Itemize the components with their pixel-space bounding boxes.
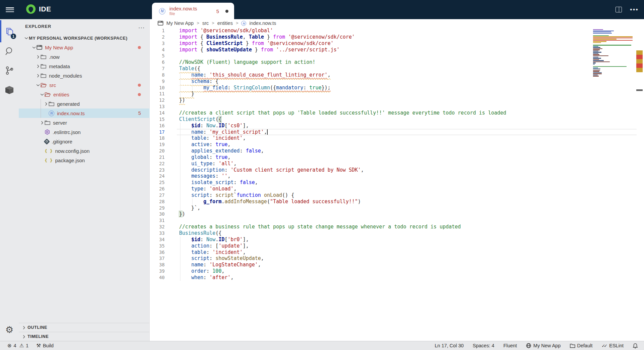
tree-item-index-now-ts[interactable]: Nindex.now.ts5: [19, 108, 150, 118]
code-line-2[interactable]: 2import { BusinessRule, Table } from '@s…: [150, 34, 593, 40]
tree-item-metadata[interactable]: metadata: [19, 61, 150, 71]
code-line-10[interactable]: 10 my_field: StringColumn({mandatory: tr…: [150, 85, 593, 91]
language-mode[interactable]: Fluent: [503, 343, 517, 348]
code-line-17[interactable]: 17 name: 'my_client_script',: [150, 129, 593, 135]
explorer-more-actions-icon[interactable]: ...: [138, 25, 145, 28]
search-icon[interactable]: [0, 42, 19, 60]
sidebar: 1 ⚙ EXPLORER ... MY PERSONAL WORKSPACE (…: [0, 19, 150, 341]
tree-item-generated[interactable]: generated: [19, 99, 150, 108]
code-line-13[interactable]: 13: [150, 103, 593, 110]
bell-icon[interactable]: [633, 343, 638, 349]
chevron-right-icon[interactable]: [35, 55, 41, 59]
code-line-28[interactable]: 28 g_form.addInfoMessage("Table loaded s…: [150, 199, 593, 205]
code-line-1[interactable]: 1import '@servicenow/sdk/global': [150, 28, 593, 34]
tree-item--now[interactable]: .now: [19, 52, 150, 61]
code-line-8[interactable]: 8 name: 'this_should_cause_flunt_linting…: [150, 72, 593, 78]
code-line-25[interactable]: 25 isolate_script: false,: [150, 179, 593, 186]
breadcrumb-item[interactable]: src: [202, 20, 209, 26]
code-line-23[interactable]: 23 description: 'Custom client script ge…: [150, 167, 593, 173]
code-line-7[interactable]: 7Table({: [150, 65, 593, 72]
code-line-24[interactable]: 24 messages: '',: [150, 173, 593, 179]
package-icon[interactable]: [0, 81, 19, 99]
chevron-down-icon[interactable]: [23, 37, 29, 39]
tab-modified-dot-icon[interactable]: [225, 10, 228, 13]
minimap[interactable]: [593, 29, 634, 77]
indentation-setting[interactable]: Spaces: 4: [473, 343, 494, 348]
code-line-4[interactable]: 4import { showStateUpdate } from '../ser…: [150, 47, 593, 53]
breadcrumb-item[interactable]: entities: [217, 20, 233, 26]
explorer-header: EXPLORER: [25, 24, 51, 29]
code-line-3[interactable]: 3import { ClientScript } from '@servicen…: [150, 40, 593, 47]
code-line-27[interactable]: 27 script: script`function onLoad() {: [150, 192, 593, 199]
split-editor-icon[interactable]: [615, 7, 622, 12]
breadcrumb-separator: >: [197, 20, 199, 26]
code-line-30[interactable]: 30}): [150, 211, 593, 217]
code-line-16[interactable]: 16 $id: Now.ID['cs0'],: [150, 123, 593, 129]
code-line-21[interactable]: 21 global: true,: [150, 154, 593, 161]
code-line-11[interactable]: 11 }: [150, 91, 593, 97]
build-tools-icon: ⚒: [36, 343, 41, 349]
tab-index-now-ts[interactable]: N index.now.ts file 5: [152, 3, 234, 19]
chevron-right-icon[interactable]: [35, 74, 41, 78]
chevron-right-icon[interactable]: [35, 64, 41, 68]
code-line-34[interactable]: 34 $id: Now.ID['br0'],: [150, 236, 593, 243]
overview-ruler[interactable]: [635, 19, 644, 341]
code-line-26[interactable]: 26 type: 'onLoad',: [150, 186, 593, 192]
code-line-38[interactable]: 38 name: 'LogStateChange',: [150, 262, 593, 268]
chevron-down-icon[interactable]: [39, 93, 45, 96]
code-line-31[interactable]: 31: [150, 217, 593, 224]
code-line-39[interactable]: 39 order: 100,: [150, 268, 593, 274]
code-line-20[interactable]: 20 applies_extended: false,: [150, 148, 593, 154]
code-line-29[interactable]: 29 }`,: [150, 205, 593, 211]
tree-item-entities[interactable]: entities: [19, 90, 150, 99]
chevron-right-icon[interactable]: [43, 102, 49, 106]
tree-item-my-personal-workspace-workspace-[interactable]: MY PERSONAL WORKSPACE (WORKSPACE): [19, 33, 150, 43]
code-line-12[interactable]: 12}): [150, 97, 593, 103]
settings-gear-icon[interactable]: ⚙: [0, 320, 19, 339]
tree-item-server[interactable]: server: [19, 118, 150, 127]
chevron-down-icon[interactable]: [35, 84, 41, 86]
code-line-37[interactable]: 37 script: showStateUpdate,: [150, 255, 593, 262]
explorer-view-icon[interactable]: 1: [0, 23, 19, 41]
tree-item--eslintrc-json[interactable]: .eslintrc.json: [19, 127, 150, 137]
code-line-35[interactable]: 35 action: ['update'],: [150, 243, 593, 249]
code-line-19[interactable]: 19 active: true,: [150, 141, 593, 148]
problems-warnings[interactable]: ⚠ 1: [19, 343, 29, 349]
section-outline[interactable]: OUTLINE: [19, 323, 150, 332]
more-actions-icon[interactable]: •••: [630, 8, 639, 11]
tree-item-my-new-app[interactable]: My New App: [19, 43, 150, 52]
line-number: 29: [150, 205, 165, 211]
chevron-right-icon[interactable]: [39, 121, 45, 125]
problems-errors[interactable]: ⊗ 4: [7, 343, 16, 349]
code-line-32[interactable]: 32//creates a business rule that pops up…: [150, 224, 593, 230]
line-number: 8: [150, 72, 165, 78]
now-file-icon: N: [49, 111, 54, 116]
breadcrumb-item[interactable]: My New App: [166, 20, 194, 26]
tree-item-now-config-json[interactable]: { }now.config.json: [19, 146, 150, 156]
tree-item-package-json[interactable]: { }package.json: [19, 156, 150, 165]
editor[interactable]: My New App>src>entities>Nindex.now.ts 1i…: [150, 19, 644, 341]
profile-default: Default: [570, 343, 593, 348]
section-timeline[interactable]: TIMELINE: [19, 332, 150, 341]
build-button[interactable]: ⚒ Build: [36, 343, 54, 349]
code-line-15[interactable]: 15ClientScript({: [150, 116, 593, 123]
code-area[interactable]: 1import '@servicenow/sdk/global'2import …: [150, 28, 593, 281]
code-line-5[interactable]: 5: [150, 53, 593, 59]
chevron-down-icon[interactable]: [31, 46, 37, 49]
code-line-22[interactable]: 22 ui_type: 'all',: [150, 161, 593, 167]
breadcrumb-file[interactable]: index.now.ts: [249, 20, 276, 26]
cursor-position[interactable]: Ln 17, Col 30: [435, 343, 464, 348]
code-line-14[interactable]: 14//creates a client script that pops up…: [150, 110, 593, 116]
code-line-40[interactable]: 40 when: 'after',: [150, 274, 593, 281]
code-line-33[interactable]: 33BusinessRule({: [150, 230, 593, 236]
tree-item-src[interactable]: src: [19, 80, 150, 90]
code-line-9[interactable]: 9 schema: {: [150, 78, 593, 85]
source-control-icon[interactable]: [0, 61, 19, 80]
code-line-6[interactable]: 6//NowSDK (Fluent) language support in a…: [150, 59, 593, 65]
code-line-36[interactable]: 36 table: 'incident',: [150, 249, 593, 256]
tree-item--gitignore[interactable]: .gitignore: [19, 137, 150, 146]
hamburger-menu-icon[interactable]: [6, 7, 14, 12]
tree-item-node-modules[interactable]: node_modules: [19, 71, 150, 80]
code-line-18[interactable]: 18 table: 'incident',: [150, 135, 593, 141]
line-number: 26: [150, 186, 165, 192]
